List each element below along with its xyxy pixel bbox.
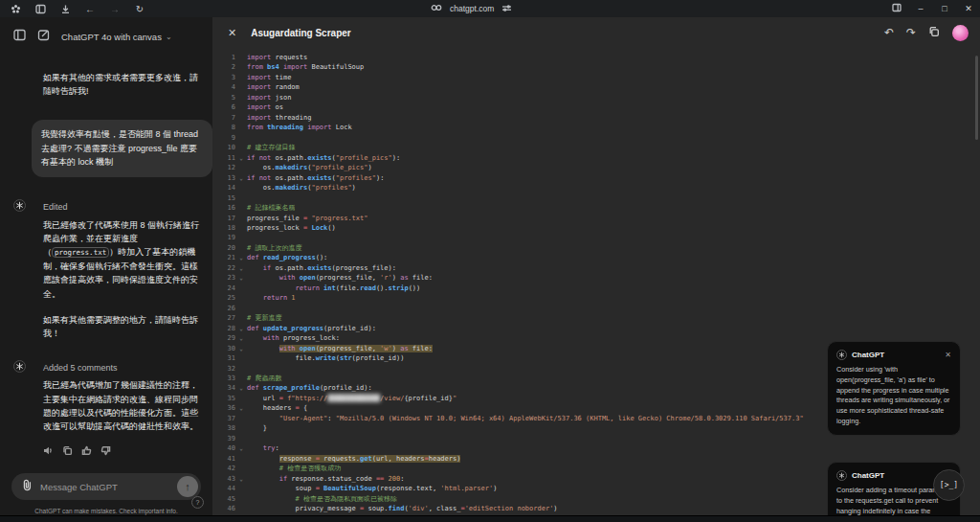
code-line[interactable]: 20# 讀取上次的進度 [212, 243, 980, 253]
fold-chevron-icon[interactable]: ⌄ [235, 344, 247, 353]
code-text: headers = { [247, 403, 307, 413]
thumbs-down-icon[interactable] [100, 443, 111, 453]
fold-chevron-icon[interactable]: ⌄ [235, 153, 247, 163]
fold-chevron-icon[interactable]: ⌄ [235, 383, 247, 393]
copy-icon[interactable] [62, 443, 73, 453]
fold-chevron-icon[interactable]: ⌄ [235, 173, 247, 183]
canvas-close-icon[interactable]: ✕ [228, 27, 236, 39]
line-number: 5 [212, 93, 235, 102]
copy-canvas-icon[interactable] [928, 26, 940, 40]
code-line[interactable]: 5import json [212, 93, 980, 102]
code-line[interactable]: 17progress_file = "progress.txt" [212, 214, 980, 223]
fold-gutter [235, 484, 247, 493]
review-comment-card[interactable]: ChatGPT ✕ Consider using 'with open(prog… [827, 341, 961, 436]
code-text: progress_lock = Lock() [247, 223, 336, 233]
browser-logo-icon[interactable] [10, 3, 21, 14]
code-line[interactable]: 11⌄if not os.path.exists("profile_pics")… [212, 153, 980, 163]
scrollbar-thumb[interactable] [975, 56, 978, 140]
fold-chevron-icon[interactable]: ⌄ [235, 253, 247, 262]
code-line[interactable]: 25 return 1 [212, 293, 980, 303]
code-line[interactable]: 3import time [212, 73, 980, 82]
code-text: # 讀取上次的進度 [247, 243, 301, 253]
code-line[interactable]: 10# 建立存儲目錄 [212, 143, 980, 152]
fold-chevron-icon[interactable]: ⌄ [235, 333, 247, 343]
code-text: if not os.path.exists("profile_pics"): [247, 153, 400, 163]
code-line[interactable]: 6import os [212, 102, 980, 112]
fold-gutter [235, 304, 247, 313]
attach-file-icon[interactable] [22, 478, 33, 495]
code-line[interactable]: 12 os.makedirs("profile_pics") [212, 163, 980, 172]
code-line[interactable]: 28⌄def update_progress(profile_id): [212, 324, 980, 333]
fold-gutter [235, 82, 247, 92]
code-line[interactable]: 40⌄ try: [212, 443, 980, 453]
minimize-button[interactable]: – [915, 4, 926, 13]
code-line[interactable]: 19 [212, 233, 980, 242]
message-actions [43, 443, 200, 453]
close-icon[interactable]: ✕ [945, 351, 951, 359]
side-panel-icon[interactable] [891, 3, 902, 14]
code-line[interactable]: 24 return int(file.read().strip()) [212, 284, 980, 293]
fold-chevron-icon[interactable]: ⌄ [235, 474, 247, 484]
code-line[interactable]: 14 os.makedirs("profiles") [212, 183, 980, 193]
line-number: 30 [212, 344, 235, 353]
line-number: 14 [212, 183, 235, 193]
code-editor[interactable]: 1import requests2from bs4 import Beautif… [212, 53, 980, 514]
code-line[interactable]: 22⌄ if os.path.exists(progress_file): [212, 263, 980, 273]
new-chat-icon[interactable] [37, 28, 50, 45]
redo-icon[interactable]: ↷ [906, 26, 916, 39]
fold-gutter [235, 193, 247, 203]
user-avatar[interactable] [952, 25, 969, 41]
code-text: with open(progress_file, 'r') as file: [247, 273, 433, 283]
model-selector[interactable]: ChatGPT 4o with canvas ⌄ [61, 32, 172, 42]
line-number: 3 [212, 73, 235, 82]
send-button[interactable]: ↑ [177, 476, 198, 497]
thumbs-up-icon[interactable] [81, 443, 92, 453]
fold-chevron-icon[interactable]: ⌄ [235, 273, 247, 283]
code-line[interactable]: 16# 記錄檔案名稱 [212, 203, 980, 213]
disclaimer-text: ChatGPT can make mistakes. Check importa… [0, 508, 212, 514]
fold-chevron-icon[interactable]: ⌄ [235, 403, 247, 413]
fold-chevron-icon[interactable]: ⌄ [235, 263, 247, 273]
sidebar-toggle-icon[interactable] [13, 28, 26, 45]
message-composer[interactable]: Message ChatGPT ↑ [11, 473, 201, 500]
chevron-down-icon: ⌄ [166, 33, 172, 41]
code-line[interactable]: 18progress_lock = Lock() [212, 223, 980, 233]
chatgpt-logo-icon [836, 470, 847, 481]
fold-gutter [235, 353, 247, 363]
code-line[interactable]: 4import random [212, 82, 980, 92]
back-icon[interactable]: ← [84, 3, 96, 14]
code-toggle-button[interactable]: [>_] [933, 469, 965, 501]
code-line[interactable]: 26 [212, 304, 980, 313]
code-text: def scrape_profile(profile_id): [247, 383, 372, 393]
help-button[interactable]: ? [191, 496, 204, 509]
line-number: 34 [212, 383, 235, 393]
forward-icon[interactable]: → [109, 3, 121, 14]
code-line[interactable]: 21⌄def read_progress(): [212, 253, 980, 262]
maximize-button[interactable]: □ [939, 4, 950, 13]
url-text[interactable]: chatgpt.com [450, 4, 494, 13]
composer-placeholder[interactable]: Message ChatGPT [40, 482, 177, 492]
code-line[interactable]: 1import requests [212, 53, 980, 62]
close-window-button[interactable]: ✕ [963, 4, 974, 13]
fold-gutter [235, 203, 247, 213]
fold-gutter [235, 494, 247, 504]
code-text: from bs4 import BeautifulSoup [247, 62, 364, 72]
code-line[interactable]: 27# 更新進度 [212, 313, 980, 323]
code-line[interactable]: 9 [212, 133, 980, 143]
download-icon[interactable] [59, 3, 71, 14]
fold-gutter [235, 364, 247, 374]
code-line[interactable]: 7import threading [212, 113, 980, 123]
fold-chevron-icon[interactable]: ⌄ [235, 324, 247, 333]
code-line[interactable]: 23⌄ with open(progress_file, 'r') as fil… [212, 273, 980, 283]
code-line[interactable]: 13⌄if not os.path.exists("profiles"): [212, 173, 980, 183]
code-line[interactable]: 8from threading import Lock [212, 123, 980, 132]
code-line[interactable]: 2from bs4 import BeautifulSoup [212, 62, 980, 72]
undo-icon[interactable]: ↶ [884, 26, 894, 39]
fold-chevron-icon[interactable]: ⌄ [235, 443, 247, 453]
reload-icon[interactable]: ↻ [134, 3, 145, 14]
code-text: return int(file.read().strip()) [247, 284, 420, 293]
read-aloud-icon[interactable] [43, 443, 54, 453]
tab-panel-icon[interactable] [34, 3, 46, 14]
tune-icon[interactable] [501, 4, 512, 14]
code-line[interactable]: 15 [212, 193, 980, 203]
